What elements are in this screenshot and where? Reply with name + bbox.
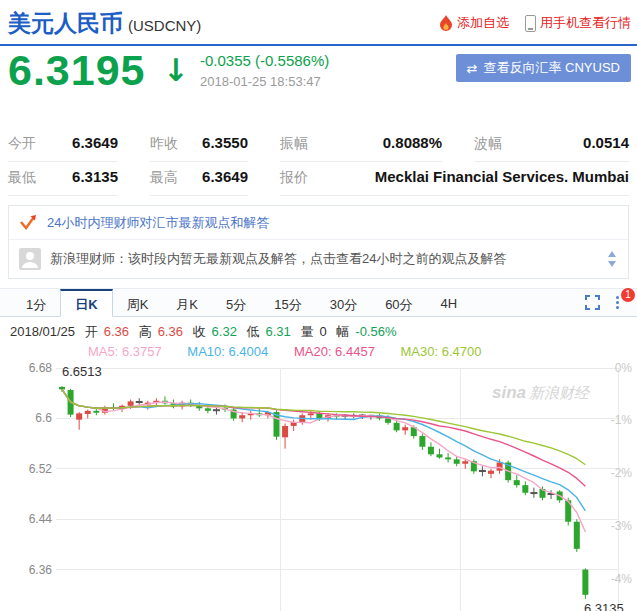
low-value: 6.31 [266, 324, 291, 339]
close-value: 6.32 [212, 324, 237, 339]
advisor-message-row[interactable]: 新浪理财师：该时段内暂无最新观点及解答，点击查看24小时之前的观点及解答 [9, 240, 628, 278]
reverse-rate-label: 查看反向汇率 CNYUSD [483, 59, 620, 77]
ma30-value: MA30: 6.4700 [401, 344, 482, 359]
close-label: 收 [193, 324, 206, 339]
scroll-up-arrow[interactable] [608, 251, 616, 257]
scroll-down-arrow[interactable] [608, 261, 616, 267]
avatar [19, 248, 41, 270]
advisor-panel: 24小时内理财师对汇市最新观点和解答 新浪理财师：该时段内暂无最新观点及解答，点… [8, 205, 629, 279]
down-arrow-icon: ↓ [163, 52, 189, 88]
y-axis-label: 6.6 [16, 411, 52, 425]
stat-value: 0.0514 [583, 134, 629, 151]
tab-60min[interactable]: 60分 [371, 289, 426, 316]
add-watchlist-label: 添加自选 [457, 14, 509, 32]
tab-15min[interactable]: 15分 [260, 289, 315, 316]
advisor-title-text: 24小时内理财师对汇市最新观点和解答 [47, 214, 269, 232]
high-label: 高 [139, 324, 152, 339]
high-price-marker: 6.6513 [62, 364, 102, 379]
volume-label: 量 [300, 324, 313, 339]
stat-label: 报价 [280, 169, 308, 187]
watermark-brand: sina [492, 383, 526, 402]
tab-monthly-k[interactable]: 月K [162, 289, 212, 316]
ma10-value: MA10: 6.4004 [187, 344, 268, 359]
quote-section: 6.3195 ↓ -0.0355 (-0.5586%) 2018-01-25 1… [0, 46, 637, 120]
kline-chart: 6.68 6.6 6.52 6.44 6.36 6.28 0% -1% -2% … [0, 361, 637, 611]
tab-1min[interactable]: 1分 [12, 289, 60, 316]
page-title: 美元人民币(USDCNY) [8, 8, 201, 39]
stat-range: 波幅 0.0514 [474, 128, 629, 162]
range-label: 幅 [336, 324, 349, 339]
stat-value: 0.8088% [383, 134, 442, 151]
quote-timestamp: 2018-01-25 18:53:47 [200, 74, 321, 89]
more-menu-icon[interactable]: 1 [616, 296, 619, 309]
phone-icon [525, 15, 536, 32]
stat-value: Mecklai Financial Services. Mumbai [375, 168, 629, 185]
low-price-marker: 6.3135 [584, 601, 624, 611]
range-value: -0.56% [355, 324, 396, 339]
notification-badge: 1 [621, 288, 635, 302]
ohlc-date: 2018/01/25 [10, 324, 75, 339]
current-price: 6.3195 [8, 46, 146, 95]
tab-weekly-k[interactable]: 周K [113, 289, 163, 316]
instrument-name: 美元人民币 [8, 10, 123, 36]
pct-axis-label: -3% [592, 519, 632, 533]
flame-icon [439, 15, 453, 32]
stat-low: 最低 6.3135 [8, 162, 118, 196]
reverse-rate-button[interactable]: ⇄ 查看反向汇率 CNYUSD [456, 54, 631, 82]
stat-prev-close: 昨收 6.3550 [150, 128, 248, 162]
high-value: 6.36 [158, 324, 183, 339]
fullscreen-icon[interactable] [585, 295, 600, 310]
stat-label: 今开 [8, 135, 36, 153]
open-value: 6.36 [104, 324, 129, 339]
period-tabbar: 1分 日K 周K 月K 5分 15分 30分 60分 4H 1 [0, 288, 637, 317]
stat-open: 今开 6.3649 [8, 128, 118, 162]
stat-value: 6.3649 [202, 168, 248, 185]
stat-quote-source: 报价 Mecklai Financial Services. Mumbai [280, 162, 629, 196]
watermark-text: 新浪财经 [529, 384, 589, 401]
y-axis-label: 6.44 [16, 512, 52, 526]
pct-axis-label: -2% [592, 466, 632, 480]
volume-value: 0 [319, 324, 326, 339]
tab-4h[interactable]: 4H [427, 289, 472, 316]
swap-icon: ⇄ [467, 61, 478, 76]
watermark: sina新浪财经 [492, 383, 589, 403]
tab-30min[interactable]: 30分 [316, 289, 371, 316]
advisor-title-link[interactable]: 24小时内理财师对汇市最新观点和解答 [9, 206, 628, 240]
pct-axis-label: 0% [592, 361, 632, 375]
stat-label: 最高 [150, 169, 178, 187]
pct-axis-label: -4% [592, 572, 632, 586]
mobile-view-link[interactable]: 用手机查看行情 [525, 14, 631, 32]
pct-axis-label: -1% [592, 413, 632, 427]
tab-daily-k[interactable]: 日K [60, 289, 112, 317]
open-label: 开 [85, 324, 98, 339]
y-axis-label: 6.36 [16, 563, 52, 577]
stat-value: 6.3135 [72, 168, 118, 185]
mobile-view-label: 用手机查看行情 [540, 14, 631, 32]
stat-value: 6.3550 [202, 134, 248, 151]
price-change: -0.0355 (-0.5586%) [200, 52, 329, 69]
tab-5min[interactable]: 5分 [212, 289, 260, 316]
stat-amplitude: 振幅 0.8088% [280, 128, 442, 162]
add-watchlist-link[interactable]: 添加自选 [439, 14, 509, 32]
instrument-symbol: (USDCNY) [128, 17, 201, 34]
ma20-value: MA20: 6.4457 [294, 344, 375, 359]
stat-label: 波幅 [474, 135, 502, 153]
stat-value: 6.3649 [72, 134, 118, 151]
person-icon [19, 248, 41, 270]
stat-label: 昨收 [150, 135, 178, 153]
page-header: 美元人民币(USDCNY) 添加自选 用手机查看行情 [0, 0, 637, 46]
stat-label: 振幅 [280, 135, 308, 153]
ma-readout: MA5: 6.3757 MA10: 6.4004 MA20: 6.4457 MA… [0, 341, 637, 359]
stat-label: 最低 [8, 169, 36, 187]
trend-check-icon [19, 213, 38, 232]
y-axis-label: 6.68 [16, 361, 52, 375]
advisor-message: 新浪理财师：该时段内暂无最新观点及解答，点击查看24小时之前的观点及解答 [50, 250, 506, 268]
low-label: 低 [247, 324, 260, 339]
ohlc-readout: 2018/01/25 开6.36 高6.36 收6.32 低6.31 量0 幅-… [0, 317, 637, 341]
stat-high: 最高 6.3649 [150, 162, 248, 196]
ma5-value: MA5: 6.3757 [88, 344, 162, 359]
y-axis-label: 6.52 [16, 462, 52, 476]
stats-table: 今开 6.3649 昨收 6.3550 振幅 0.8088% 波幅 0.0514… [0, 120, 637, 196]
